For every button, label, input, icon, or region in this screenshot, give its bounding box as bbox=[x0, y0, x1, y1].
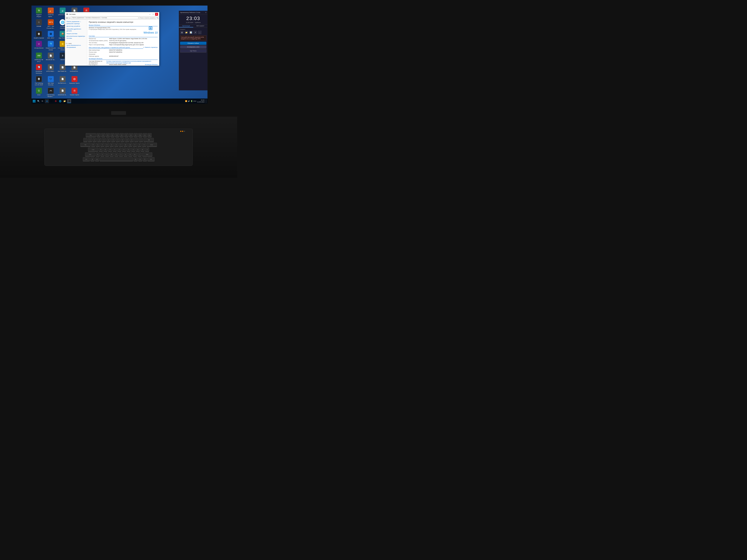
key-bracket-close[interactable]: Ъ bbox=[142, 143, 146, 147]
key-f5[interactable]: F5 bbox=[115, 133, 119, 137]
desktop-icon-dolphin[interactable]: 🐬 Dolphin Any ke Global bbox=[45, 41, 56, 51]
taskbar-app-start[interactable]: ⊞ bbox=[45, 99, 49, 103]
key-space[interactable] bbox=[100, 157, 133, 161]
desktop-icon-file7[interactable]: 📄 3f75124$c2... bbox=[45, 64, 56, 75]
org-icon-more[interactable]: … bbox=[198, 31, 202, 34]
key-t[interactable]: Е bbox=[110, 143, 114, 147]
desktop-icon-file5[interactable]: 📄 96ce8c38-4a... bbox=[45, 52, 56, 63]
key-capslock[interactable]: Caps bbox=[88, 148, 98, 152]
key-f12[interactable]: F12 bbox=[148, 133, 152, 137]
key-win[interactable]: ⊞ bbox=[91, 157, 95, 161]
desktop-icon-360security[interactable]: 🛡 360 Total Security bbox=[45, 76, 56, 86]
key-f8[interactable]: F8 bbox=[129, 133, 133, 137]
desktop-icon-soulstone[interactable]: 💎 Soulstone Survivors bbox=[33, 64, 45, 75]
minimize-button[interactable]: ─ bbox=[148, 13, 151, 16]
search-icon[interactable]: 🔍 bbox=[157, 17, 158, 19]
org-icon-grid[interactable]: ⊞ bbox=[180, 31, 184, 34]
search-input[interactable] bbox=[139, 17, 156, 19]
key-tab[interactable]: Tab bbox=[80, 143, 91, 147]
key-k[interactable]: Л bbox=[131, 148, 135, 152]
key-6[interactable]: 6 bbox=[111, 138, 115, 142]
org-icon-arrow[interactable]: ↗ bbox=[194, 31, 197, 34]
desktop-icon-unliving[interactable]: 💀 The Unliving v12.04.2023 bbox=[33, 76, 45, 86]
key-backtick[interactable]: ` bbox=[83, 138, 87, 142]
key-f3[interactable]: F3 bbox=[106, 133, 110, 137]
key-1[interactable]: 1 bbox=[88, 138, 92, 142]
key-a[interactable]: Ф bbox=[99, 148, 103, 152]
key-2[interactable]: 2 bbox=[93, 138, 97, 142]
key-i[interactable]: Ш bbox=[124, 143, 128, 147]
sidebar-devices[interactable]: Диспетчер устройств bbox=[66, 25, 86, 28]
key-x[interactable]: Ч bbox=[100, 153, 104, 157]
key-shift-l[interactable]: Shift bbox=[85, 153, 95, 157]
key-h[interactable]: Р bbox=[122, 148, 126, 152]
key-y[interactable]: Н bbox=[114, 143, 119, 147]
desktop-icon-torrent[interactable]: TI Торрент Игруха bbox=[33, 7, 45, 18]
key-o[interactable]: Щ bbox=[128, 143, 132, 147]
sidebar-protection[interactable]: Защита системы bbox=[66, 32, 86, 35]
org-icon-folder[interactable]: 📁 bbox=[184, 31, 188, 34]
address-path[interactable]: Панель управления > Система и безопаснос… bbox=[71, 17, 138, 19]
key-b[interactable]: И bbox=[114, 153, 119, 157]
renew-now-btn[interactable]: Обновите Сейчас bbox=[180, 42, 206, 45]
key-f7[interactable]: F7 bbox=[124, 133, 128, 137]
close-button[interactable]: ✕ bbox=[155, 13, 158, 16]
key-m[interactable]: Ь bbox=[124, 153, 128, 157]
key-8[interactable]: 8 bbox=[121, 138, 125, 142]
key-quote[interactable]: Э bbox=[145, 148, 149, 152]
task-view-btn[interactable]: ⧉ bbox=[41, 99, 44, 104]
maximize-button[interactable]: □ bbox=[152, 13, 155, 16]
change-parameters-btn[interactable]: ✏ Изменить параметры bbox=[143, 47, 158, 48]
where-search-btn[interactable]: Где Поиск bbox=[180, 49, 206, 53]
key-3[interactable]: 3 bbox=[97, 138, 101, 142]
key-alt-r[interactable]: Alt bbox=[134, 157, 138, 161]
show-desktop-btn[interactable] bbox=[206, 99, 206, 103]
taskbar-app-explorer[interactable]: 📁 bbox=[62, 99, 67, 103]
key-shift-r[interactable]: Shift bbox=[142, 153, 152, 157]
key-f11[interactable]: F11 bbox=[143, 133, 147, 137]
key-f2[interactable]: F2 bbox=[101, 133, 105, 137]
forward-btn[interactable]: ▶ bbox=[68, 17, 68, 19]
key-u[interactable]: Г bbox=[119, 143, 123, 147]
key-comma[interactable]: Б bbox=[128, 153, 132, 157]
key-f9[interactable]: F9 bbox=[134, 133, 138, 137]
taskbar-clock[interactable]: 23:40 11.05.2024 bbox=[197, 99, 205, 103]
sidebar-security[interactable]: Центр безопасности и обслуживания bbox=[66, 44, 86, 49]
org-icon-chart[interactable]: 📊 bbox=[189, 31, 193, 34]
key-z[interactable]: Я bbox=[96, 153, 100, 157]
tab-websurfing[interactable]: Веб-серфинг bbox=[193, 25, 207, 27]
key-ctrl-l[interactable]: Ctrl bbox=[83, 157, 90, 161]
key-f1[interactable]: F1 bbox=[97, 133, 101, 137]
key-r[interactable]: К bbox=[105, 143, 109, 147]
key-menu[interactable]: ☰ bbox=[143, 157, 147, 161]
back-btn[interactable]: ◀ bbox=[66, 17, 67, 19]
desktop-icon-grime[interactable]: G GRiME bbox=[33, 19, 45, 30]
key-semicolon[interactable]: Ж bbox=[140, 148, 145, 152]
key-enter[interactable]: Enter bbox=[147, 143, 157, 147]
organizer-close-btn[interactable]: × bbox=[205, 11, 206, 14]
desktop-icon-artmoney[interactable]: AM ArtMoney SE v8.17 bbox=[33, 52, 45, 63]
key-fn[interactable]: Fn bbox=[138, 157, 142, 161]
activate-windows-link[interactable]: Активация Windows bbox=[145, 64, 158, 65]
key-5[interactable]: 5 bbox=[106, 138, 111, 142]
sidebar-advanced[interactable]: Дополнительные параметры системы bbox=[66, 35, 86, 39]
desktop-icon-unruly[interactable]: U Unruly.Heroes bbox=[33, 41, 45, 51]
key-p[interactable]: З bbox=[133, 143, 137, 147]
up-btn[interactable]: ▲ bbox=[69, 17, 70, 19]
key-g[interactable]: П bbox=[117, 148, 121, 152]
key-f6[interactable]: F6 bbox=[120, 133, 124, 137]
key-e[interactable]: У bbox=[100, 143, 104, 147]
key-s[interactable]: Ы bbox=[103, 148, 107, 152]
key-4[interactable]: 4 bbox=[102, 138, 106, 142]
key-ctrl-r[interactable]: Ctrl bbox=[148, 157, 155, 161]
key-v[interactable]: М bbox=[110, 153, 114, 157]
desktop-icon-cleanup[interactable]: 🧹 Очистка врем... bbox=[45, 7, 56, 18]
taskbar-search-btn[interactable]: 🔍 bbox=[37, 99, 41, 104]
key-f[interactable]: А bbox=[113, 148, 117, 152]
desktop-icon-img3624[interactable]: 🖼 IMG_3624 bbox=[45, 30, 56, 39]
desktop-icon-file10[interactable]: 📄 5a7b841a-b... bbox=[57, 76, 68, 86]
key-backspace[interactable]: ⌫ bbox=[144, 138, 154, 142]
taskbar-app-security[interactable]: 🛡 bbox=[49, 99, 53, 103]
desktop-icon-yandex-opera[interactable]: Я Yandex Opera bbox=[69, 87, 80, 98]
key-j[interactable]: О bbox=[127, 148, 131, 152]
